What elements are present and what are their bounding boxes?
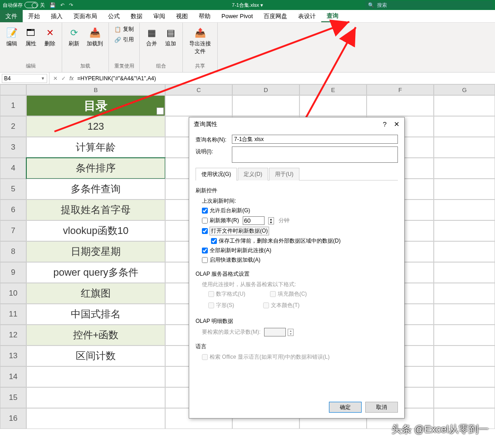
ok-button[interactable]: 确定 [329, 402, 362, 413]
cancel-button[interactable]: 取消 [365, 402, 398, 413]
cell[interactable] [165, 95, 232, 116]
col-header-f[interactable]: F [367, 84, 434, 95]
tab-usedin[interactable]: 用于(U) [269, 168, 299, 180]
cell[interactable]: 中国式排名 [26, 304, 165, 325]
tab-data[interactable]: 数据 [125, 10, 148, 22]
cell[interactable] [434, 241, 495, 262]
col-header-g[interactable]: G [434, 84, 495, 95]
help-icon[interactable]: ? [383, 120, 387, 128]
refresh-freq-input[interactable] [243, 216, 265, 225]
accept-formula-icon[interactable]: ✓ [61, 75, 66, 82]
tab-usage[interactable]: 使用状况(G) [196, 168, 237, 180]
cell[interactable]: 多条件查询 [26, 179, 165, 200]
tab-home[interactable]: 开始 [23, 10, 45, 22]
refresh-button[interactable]: ⟳刷新 [66, 24, 82, 49]
row-header[interactable]: 9 [0, 262, 26, 283]
cell[interactable] [434, 283, 495, 304]
cell[interactable] [434, 325, 495, 346]
cell[interactable] [232, 95, 299, 116]
tab-definition[interactable]: 定义(D) [238, 168, 268, 180]
cell[interactable]: 日期变星期 [26, 241, 165, 262]
cell[interactable] [26, 366, 165, 387]
tab-design[interactable]: 表设计 [293, 10, 321, 22]
row-header[interactable]: 5 [0, 179, 26, 200]
cancel-formula-icon[interactable]: ✕ [53, 75, 58, 82]
cell[interactable] [434, 116, 495, 137]
row-header[interactable]: 11 [0, 304, 26, 325]
cell[interactable] [367, 95, 434, 116]
row-header[interactable]: 2 [0, 116, 26, 137]
cell[interactable]: 123 [26, 116, 165, 137]
row-header[interactable]: 14 [0, 366, 26, 387]
cell[interactable] [434, 387, 495, 408]
row-header[interactable]: 1 [0, 95, 26, 116]
cell[interactable] [434, 262, 495, 283]
cell[interactable]: power query多条件 [26, 262, 165, 283]
refresh-all-checkbox[interactable] [202, 248, 208, 253]
cell[interactable]: 计算年龄 [26, 137, 165, 158]
row-header[interactable]: 6 [0, 200, 26, 220]
refresh-freq-checkbox[interactable] [202, 218, 208, 224]
tab-review[interactable]: 审阅 [148, 10, 171, 22]
cell[interactable] [434, 220, 495, 241]
properties-button[interactable]: 🗔属性 [23, 24, 39, 49]
fx-icon[interactable]: fx [69, 75, 74, 82]
filter-icon[interactable]: ▼ [157, 107, 164, 115]
autosave-toggle[interactable]: 自动保存 关 [3, 2, 45, 9]
row-header[interactable]: 15 [0, 387, 26, 408]
fast-load-checkbox[interactable] [202, 257, 208, 263]
save-icon[interactable]: 💾 [49, 2, 56, 8]
cell[interactable] [434, 158, 495, 179]
tab-query[interactable]: 查询 [321, 10, 344, 22]
cell[interactable]: 控件+函数 [26, 325, 165, 346]
tab-view[interactable]: 视图 [171, 10, 193, 22]
row-header[interactable]: 7 [0, 220, 26, 241]
cell[interactable] [434, 137, 495, 158]
cell[interactable]: 红旗图 [26, 283, 165, 304]
reference-button[interactable]: 🔗引用 [113, 35, 136, 44]
cell[interactable] [299, 95, 367, 116]
row-header[interactable]: 10 [0, 283, 26, 304]
cell[interactable] [434, 304, 495, 325]
edit-button[interactable]: 📝编辑 [4, 24, 20, 49]
refresh-open-checkbox[interactable] [202, 228, 208, 234]
query-name-input[interactable] [232, 135, 398, 144]
cell[interactable]: vlookup函数10 [26, 220, 165, 241]
formula-input[interactable]: =HYPERLINK("#"&A4&"!A1",A4) [77, 75, 156, 82]
description-input[interactable] [232, 146, 398, 163]
merge-button[interactable]: ▦合并 [143, 24, 160, 49]
cell[interactable]: 区间计数 [26, 346, 165, 366]
search-box[interactable]: 🔍 搜索 [365, 1, 492, 9]
tab-layout[interactable]: 页面布局 [68, 10, 103, 22]
delete-button[interactable]: ✕删除 [42, 24, 58, 49]
select-all-corner[interactable] [0, 84, 26, 95]
col-header-d[interactable]: D [232, 84, 299, 95]
cell[interactable]: 条件排序 [26, 158, 165, 179]
row-header[interactable]: 4 [0, 158, 26, 179]
spinner-icon[interactable]: ▲▼ [268, 217, 274, 224]
col-header-c[interactable]: C [165, 84, 232, 95]
row-header[interactable]: 3 [0, 137, 26, 158]
del-query-checkbox[interactable] [211, 238, 217, 244]
col-header-b[interactable]: B [26, 84, 165, 95]
allow-bg-checkbox[interactable] [202, 208, 208, 214]
tab-baidu[interactable]: 百度网盘 [258, 10, 293, 22]
cell[interactable] [434, 346, 495, 366]
cell[interactable] [434, 179, 495, 200]
cell[interactable] [434, 200, 495, 220]
row-header[interactable]: 8 [0, 241, 26, 262]
row-header[interactable]: 12 [0, 325, 26, 346]
tab-insert[interactable]: 插入 [45, 10, 68, 22]
name-box[interactable]: B4▼ [2, 74, 47, 83]
tab-help[interactable]: 帮助 [193, 10, 216, 22]
tab-formula[interactable]: 公式 [103, 10, 125, 22]
loadto-button[interactable]: 📥加载到 [85, 24, 105, 49]
row-header[interactable]: 13 [0, 346, 26, 366]
tab-file[interactable]: 文件 [0, 10, 23, 22]
tab-powerpivot[interactable]: Power Pivot [216, 10, 258, 22]
row-header[interactable]: 16 [0, 408, 26, 429]
cell[interactable] [434, 366, 495, 387]
copy-button[interactable]: 📋复制 [113, 24, 136, 34]
cell[interactable] [26, 408, 165, 429]
cell[interactable]: 提取姓名首字母 [26, 200, 165, 220]
